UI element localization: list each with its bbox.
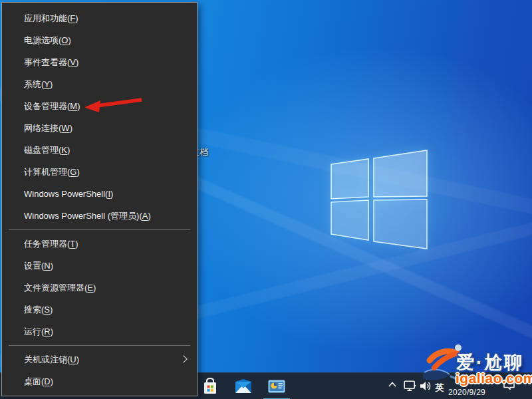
winx-context-menu: 应用和功能F 电源选项O 事件查看器V 系统Y 设备管理器M 网络连接W 磁盘管… — [1, 2, 198, 396]
menu-item-windows-powershell[interactable]: Windows PowerShellI — [2, 183, 197, 205]
windows-logo — [326, 145, 432, 255]
menu-item-system[interactable]: 系统Y — [2, 73, 197, 95]
menu-item-event-viewer[interactable]: 事件查看器V — [2, 51, 197, 73]
menu-item-shutdown-signout[interactable]: 关机或注销U — [2, 348, 197, 370]
menu-item-task-manager[interactable]: 任务管理器T — [2, 233, 197, 255]
menu-separator — [9, 229, 190, 230]
menu-item-run[interactable]: 运行R — [2, 321, 197, 342]
menu-item-file-explorer[interactable]: 文件资源管理器E — [2, 277, 197, 299]
chevron-up-icon — [388, 381, 397, 388]
menu-item-apps-features[interactable]: 应用和功能F — [2, 7, 197, 29]
chevron-right-icon — [180, 355, 187, 362]
menu-item-computer-management[interactable]: 计算机管理G — [2, 161, 197, 183]
menu-item-settings[interactable]: 设置N — [2, 255, 197, 277]
network-ethernet-icon — [404, 380, 417, 392]
tray-network-button[interactable] — [404, 380, 417, 392]
annotation-arrow — [78, 93, 148, 116]
watermark-site: igaliao.com — [456, 370, 532, 386]
tray-show-hidden-icons-button[interactable] — [388, 381, 397, 388]
menu-item-windows-powershell-admin[interactable]: Windows PowerShell (管理员)A — [2, 205, 197, 227]
menu-item-network-connections[interactable]: 网络连接W — [2, 117, 197, 139]
menu-item-search[interactable]: 搜索S — [2, 299, 197, 321]
menu-item-desktop[interactable]: 桌面D — [2, 370, 197, 392]
menu-item-disk-management[interactable]: 磁盘管理K — [2, 139, 197, 161]
menu-separator — [9, 345, 190, 346]
menu-item-power-options[interactable]: 电源选项O — [2, 29, 197, 51]
